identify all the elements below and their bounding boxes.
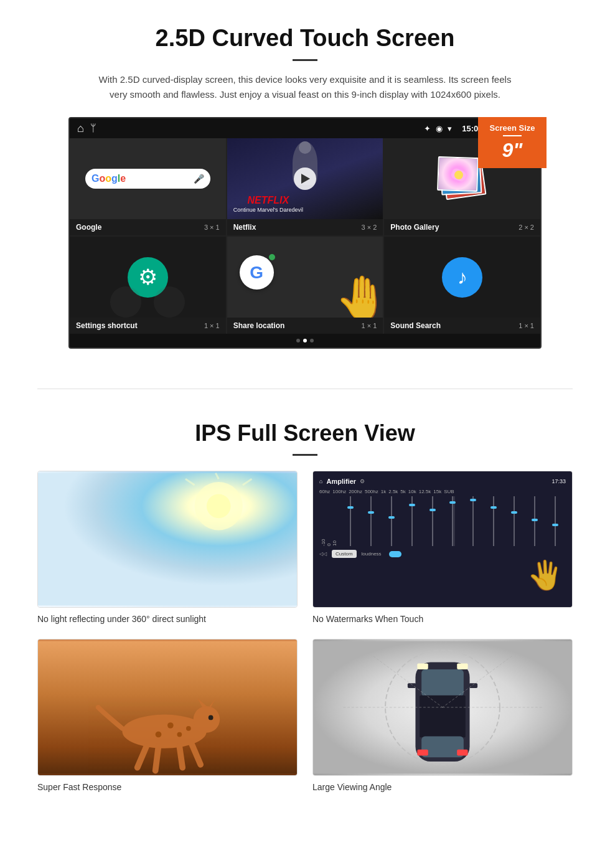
eq-slider-1[interactable] xyxy=(341,496,360,546)
google-logo: Google xyxy=(92,173,126,184)
screen-size-badge: Screen Size 9" xyxy=(478,117,547,168)
netflix-play-button[interactable] xyxy=(294,167,316,190)
sound-search-app-cell[interactable]: ♪ Sound Search 1 × 1 xyxy=(384,237,540,334)
wifi-icon: ▾ xyxy=(448,124,452,133)
music-note-icon: ♪ xyxy=(458,266,467,289)
eq-bars-row xyxy=(341,496,565,546)
cheetah-bg xyxy=(38,639,297,775)
eq-bottom-bar: ◁◁ Custom loudness xyxy=(319,550,566,558)
mic-icon: 🎤 xyxy=(194,174,204,184)
eq-home-icon: ⌂ xyxy=(319,478,322,484)
gallery-img-flower xyxy=(437,156,479,192)
google-search-bar[interactable]: Google 🎤 xyxy=(85,169,210,189)
eq-sliders xyxy=(341,496,565,546)
svg-rect-34 xyxy=(457,663,467,669)
device-wrapper: Screen Size 9" ⌂ ᛘ ✦ ◉ ▾ 15:06 ⊡ ♪ ⊠ ▭ xyxy=(68,117,542,349)
netflix-subtitle: Continue Marvel's Daredevil xyxy=(233,207,303,213)
music-note-circle: ♪ xyxy=(442,257,482,298)
svg-point-16 xyxy=(209,715,214,720)
section1-description: With 2.5D curved-display screen, this de… xyxy=(93,72,517,102)
cheetah-image xyxy=(37,639,298,776)
google-bg: Google 🎤 xyxy=(70,138,226,219)
svg-rect-33 xyxy=(417,663,428,669)
share-app-size: 1 × 1 xyxy=(362,322,377,329)
svg-point-7 xyxy=(207,494,231,518)
eq-top-bar: ⌂ Amplifier ⚙ 17:33 xyxy=(319,478,566,485)
eq-slider-9[interactable] xyxy=(505,496,524,546)
feature-equalizer: ⌂ Amplifier ⚙ 17:33 60hz100hz200hz500hz1… xyxy=(312,471,573,624)
eq-slider-10[interactable] xyxy=(525,496,544,546)
eq-toggle[interactable] xyxy=(389,551,401,557)
features-grid: No light reflecting under 360° direct su… xyxy=(37,471,573,792)
share-location-bg: G 🤚 xyxy=(227,237,383,318)
eq-slider-2[interactable] xyxy=(362,496,381,546)
badge-title: Screen Size xyxy=(489,123,535,133)
eq-title: Amplifier xyxy=(326,478,356,485)
eq-slider-3[interactable] xyxy=(382,496,401,546)
google-app-cell[interactable]: Google 🎤 Google 3 × 1 xyxy=(70,138,226,235)
usb-icon: ᛘ xyxy=(90,123,96,134)
eq-slider-11[interactable] xyxy=(545,496,565,546)
netflix-info: NETFLIX Continue Marvel's Daredevil xyxy=(233,196,303,213)
sound-search-bg: ♪ xyxy=(384,237,540,318)
svg-rect-29 xyxy=(420,696,466,738)
settings-app-size: 1 × 1 xyxy=(204,322,220,329)
eq-slider-4[interactable] xyxy=(402,496,421,546)
netflix-app-name: Netflix xyxy=(233,223,256,232)
settings-cell-content: ⚙ xyxy=(70,237,226,318)
netflix-bg: NETFLIX Continue Marvel's Daredevil xyxy=(227,138,383,219)
sound-search-cell-content: ♪ xyxy=(384,237,540,318)
settings-app-name: Settings shortcut xyxy=(76,321,138,330)
eq-settings-icon: ⚙ xyxy=(360,478,365,484)
sunlight-bg xyxy=(38,471,297,607)
svg-point-20 xyxy=(186,726,191,731)
netflix-logo: NETFLIX xyxy=(233,196,303,205)
eq-slider-6[interactable] xyxy=(443,496,462,546)
netflix-label-row: Netflix 3 × 2 xyxy=(227,219,383,235)
svg-rect-32 xyxy=(469,683,478,688)
equalizer-image: ⌂ Amplifier ⚙ 17:33 60hz100hz200hz500hz1… xyxy=(312,471,573,608)
svg-point-13 xyxy=(194,706,220,733)
svg-rect-5 xyxy=(38,473,297,606)
eq-slider-7[interactable] xyxy=(464,496,483,546)
equalizer-bg: ⌂ Amplifier ⚙ 17:33 60hz100hz200hz500hz1… xyxy=(313,471,572,607)
svg-point-18 xyxy=(177,732,182,737)
svg-rect-36 xyxy=(457,750,467,756)
cheetah-label: Super Fast Response xyxy=(37,782,298,792)
svg-rect-35 xyxy=(417,750,428,756)
share-location-app-cell[interactable]: G 🤚 Share location 1 × 1 xyxy=(227,237,383,334)
maps-dot xyxy=(269,254,275,260)
section2-title: IPS Full Screen View xyxy=(37,420,573,446)
svg-line-22 xyxy=(156,747,159,771)
equalizer-label: No Watermarks When Touch xyxy=(312,614,573,624)
svg-point-17 xyxy=(167,722,174,729)
eq-slider-5[interactable] xyxy=(423,496,442,546)
eq-hand-icon: 🖐 xyxy=(528,559,563,592)
device-screen: ⌂ ᛘ ✦ ◉ ▾ 15:06 ⊡ ♪ ⊠ ▭ xyxy=(68,117,542,349)
page-dot-3 xyxy=(310,339,314,342)
eq-db-labels: 100-10 xyxy=(321,496,337,546)
feature-car: Large Viewing Angle xyxy=(312,639,573,792)
section1-title: 2.5D Curved Touch Screen xyxy=(37,25,573,52)
shadow-c1 xyxy=(110,286,141,318)
section-curved-touch: 2.5D Curved Touch Screen With 2.5D curve… xyxy=(0,0,610,370)
car-image xyxy=(312,639,573,776)
svg-line-23 xyxy=(179,747,182,768)
google-cell-content: Google 🎤 xyxy=(70,138,226,219)
hand-pointing-wrapper: 🤚 xyxy=(335,273,383,318)
maps-icon: G xyxy=(240,255,274,290)
gallery-app-name: Photo Gallery xyxy=(390,223,439,232)
share-app-name: Share location xyxy=(233,321,285,330)
sunlight-label: No light reflecting under 360° direct su… xyxy=(37,614,298,624)
svg-rect-11 xyxy=(38,641,297,774)
eq-custom-btn[interactable]: Custom xyxy=(332,550,357,558)
shadow-circles xyxy=(70,286,226,318)
page-dot-2 xyxy=(303,339,307,342)
bluetooth-icon: ✦ xyxy=(424,124,431,133)
shadow-c2 xyxy=(154,286,185,318)
settings-label-row: Settings shortcut 1 × 1 xyxy=(70,318,226,334)
netflix-app-cell[interactable]: NETFLIX Continue Marvel's Daredevil Netf… xyxy=(227,138,383,235)
settings-app-cell[interactable]: ⚙ Settings shortcut 1 × 1 xyxy=(70,237,226,334)
badge-divider xyxy=(503,135,522,136)
eq-slider-8[interactable] xyxy=(484,496,504,546)
